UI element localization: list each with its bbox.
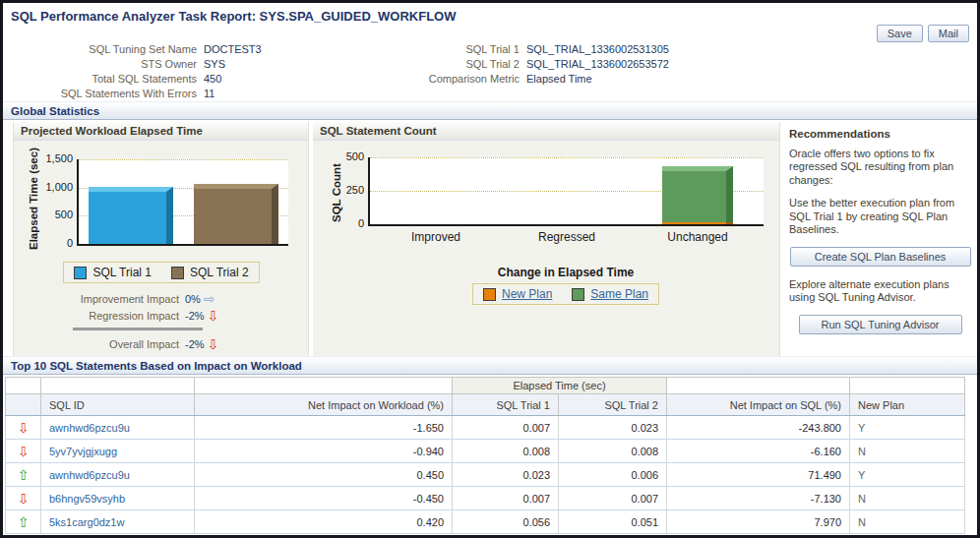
y-axis-tick-label: 250 bbox=[321, 184, 364, 196]
save-button[interactable]: Save bbox=[877, 25, 923, 42]
legend-color-chip bbox=[483, 288, 496, 301]
sql-id-link[interactable]: 5yv7yvjgjxugg bbox=[41, 440, 195, 463]
summary-field: SQL Trial 1 SQL_TRIAL_1336002531305 bbox=[328, 43, 669, 56]
y-axis-tick-label: 500 bbox=[30, 209, 73, 220]
empty-group-cell bbox=[195, 378, 453, 394]
field-label: Comparison Metric bbox=[328, 73, 520, 86]
table-row: ⇩b6hngv59vsyhb-0.4500.0070.007-7.130N bbox=[6, 487, 965, 510]
flat-arrow-icon: ⇨ bbox=[204, 292, 215, 306]
mail-button[interactable]: Mail bbox=[928, 25, 969, 42]
down-arrow-icon: ⇩ bbox=[18, 420, 30, 436]
new-plan-cell: N bbox=[850, 510, 965, 534]
table-row: ⇩5yv7yvjgjxugg-0.9400.0080.008-6.160N bbox=[6, 440, 965, 463]
y-axis-tick-label: 1,500 bbox=[30, 152, 73, 164]
trend-column-header bbox=[6, 394, 41, 416]
impact-value: 0% bbox=[185, 291, 201, 307]
legend-label: SQL Trial 1 bbox=[92, 266, 152, 279]
count-x-axis-label: Change in Elapsed Time bbox=[368, 266, 764, 279]
legend-box: New PlanSame Plan bbox=[472, 283, 659, 305]
empty-group-cell bbox=[667, 378, 850, 394]
y-axis-tick-label: 1,000 bbox=[30, 181, 73, 193]
legend-color-chip bbox=[171, 267, 184, 279]
net-impact-sql-column-header: Net Impact on SQL (%) bbox=[667, 394, 850, 416]
top-button-bar: Save Mail bbox=[877, 25, 969, 42]
net-impact-workload-cell: -0.940 bbox=[195, 440, 453, 463]
sql-trial-2-cell: 0.008 bbox=[559, 440, 667, 463]
run-sql-tuning-advisor-button[interactable]: Run SQL Tuning Advisor bbox=[799, 315, 962, 334]
sql-trial-2-cell: 0.007 bbox=[559, 487, 667, 510]
sql-id-link[interactable]: awnhwd6pzcu9u bbox=[41, 463, 195, 487]
bar-sql-trial-2 bbox=[194, 184, 278, 244]
gridline bbox=[370, 157, 764, 158]
workload-chart-title: Projected Workload Elapsed Time bbox=[14, 122, 308, 141]
x-axis-category-label: Regressed bbox=[538, 230, 595, 244]
net-impact-workload-cell: 0.420 bbox=[195, 510, 453, 534]
plan-baselines-text: Use the better execution plan from SQL T… bbox=[789, 197, 971, 237]
new-plan-cell: Y bbox=[850, 416, 965, 440]
workload-elapsed-time-panel: Projected Workload Elapsed Time Elapsed … bbox=[13, 122, 309, 356]
sql-id-link[interactable]: awnhwd6pzcu9u bbox=[41, 416, 195, 440]
table-row: ⇧awnhwd6pzcu9u0.4500.0230.00671.490Y bbox=[6, 463, 965, 487]
new-plan-column-header: New Plan bbox=[850, 394, 965, 416]
sql-trial-1-column-header: SQL Trial 1 bbox=[453, 394, 559, 416]
trend-cell: ⇩ bbox=[6, 487, 41, 510]
top10-section-header: Top 10 SQL Statements Based on Impact on… bbox=[3, 356, 977, 375]
down-arrow-icon: ⇩ bbox=[18, 444, 30, 459]
sql-statement-count-panel: SQL Statement Count SQL Count 0250500Imp… bbox=[313, 122, 780, 356]
field-value: SQL_TRIAL_1336002653572 bbox=[526, 58, 669, 71]
legend-link-new-plan[interactable]: New Plan bbox=[502, 287, 552, 301]
legend-color-chip bbox=[74, 267, 87, 279]
trend-cell: ⇧ bbox=[6, 510, 41, 534]
trend-cell: ⇩ bbox=[6, 440, 41, 463]
x-axis-category-label: Improved bbox=[411, 230, 460, 244]
recommendations-body: Recommendations Oracle offers two option… bbox=[781, 122, 977, 334]
sql-trial-1-cell: 0.007 bbox=[453, 416, 559, 440]
y-axis-tick-label: 500 bbox=[321, 150, 364, 162]
field-value: 11 bbox=[204, 88, 214, 100]
summary-field: SQL Trial 2 SQL_TRIAL_1336002653572 bbox=[328, 58, 669, 71]
table-header-row: SQL ID Net Impact on Workload (%) SQL Tr… bbox=[6, 394, 965, 416]
impact-label: Improvement Impact bbox=[31, 291, 179, 307]
sql-trial-1-cell: 0.007 bbox=[453, 487, 559, 510]
legend-item: New Plan bbox=[483, 287, 552, 301]
field-value: SQL_TRIAL_1336002531305 bbox=[526, 43, 669, 56]
top10-sql-table: Elapsed Time (sec) SQL ID Net Impact on … bbox=[5, 377, 965, 534]
field-label: SQL Tuning Set Name bbox=[3, 43, 197, 56]
net-impact-workload-cell: 0.450 bbox=[195, 463, 453, 487]
sql-trial-2-cell: 0.051 bbox=[559, 510, 667, 534]
legend-item: Same Plan bbox=[572, 287, 648, 301]
impact-label: Overall Impact bbox=[31, 336, 179, 352]
trend-cell: ⇧ bbox=[6, 463, 41, 487]
sql-trial-2-cell: 0.023 bbox=[559, 416, 667, 440]
bar-sql-trial-1 bbox=[89, 187, 173, 244]
sql-id-link[interactable]: 5ks1carg0dz1w bbox=[41, 510, 195, 534]
empty-group-cell bbox=[6, 378, 41, 394]
workload-chart-plot: 05001,0001,500 bbox=[77, 159, 288, 246]
field-label: SQL Statements With Errors bbox=[3, 88, 197, 100]
tuning-advisor-text: Explore alternate execution plans using … bbox=[789, 278, 971, 305]
sql-id-link[interactable]: b6hngv59vsyhb bbox=[41, 487, 195, 510]
field-label: SQL Trial 2 bbox=[328, 58, 520, 71]
regression-impact-row: Regression Impact -2% ⇩ bbox=[31, 308, 268, 324]
field-value: SYS bbox=[204, 58, 225, 71]
summary-field: Total SQL Statements 450 bbox=[3, 73, 262, 86]
down-arrow-icon: ⇩ bbox=[18, 491, 30, 507]
legend-link-same-plan[interactable]: Same Plan bbox=[590, 287, 648, 301]
field-value: DOCTEST3 bbox=[204, 43, 262, 56]
sql-trial-1-cell: 0.023 bbox=[453, 463, 559, 487]
create-sql-plan-baselines-button[interactable]: Create SQL Plan Baselines bbox=[790, 247, 971, 267]
bar-segment-new-plan bbox=[662, 222, 733, 224]
legend-item: SQL Trial 1 bbox=[74, 266, 152, 279]
sql-id-column-header: SQL ID bbox=[41, 394, 195, 416]
net-impact-sql-cell: -243.800 bbox=[667, 416, 850, 440]
summary-right-column: SQL Trial 1 SQL_TRIAL_1336002531305 SQL … bbox=[328, 43, 669, 88]
workload-chart-legend: SQL Trial 1SQL Trial 2 bbox=[24, 262, 299, 283]
new-plan-cell: Y bbox=[850, 463, 965, 487]
sql-trial-2-cell: 0.006 bbox=[559, 463, 667, 487]
impact-summary: Improvement Impact 0% ⇨ Regression Impac… bbox=[31, 291, 268, 353]
page-title: SQL Performance Analyzer Task Report: SY… bbox=[11, 9, 456, 24]
summary-field: STS Owner SYS bbox=[3, 58, 262, 71]
improvement-impact-row: Improvement Impact 0% ⇨ bbox=[31, 291, 268, 307]
count-chart-legend: New PlanSame Plan bbox=[368, 283, 764, 305]
gridline bbox=[79, 159, 288, 160]
